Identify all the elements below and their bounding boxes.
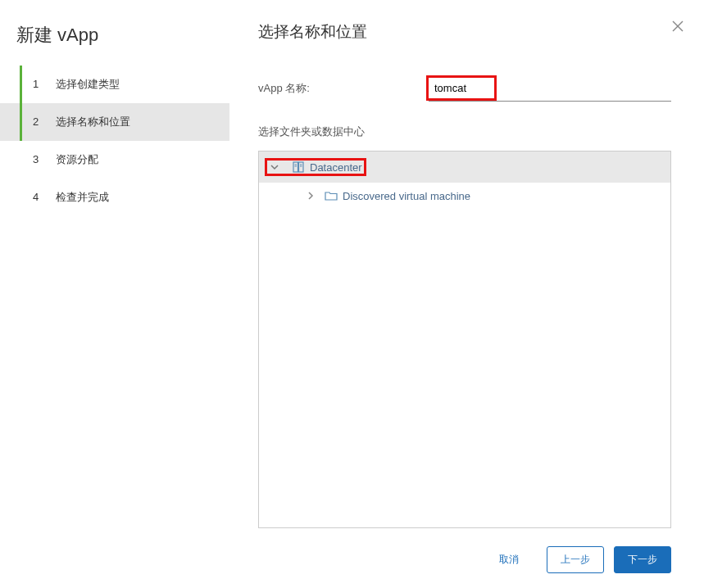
chevron-right-icon[interactable] [305, 190, 316, 201]
tree-node-label: Discovered virtual machine [343, 190, 470, 202]
cancel-button[interactable]: 取消 [486, 547, 532, 572]
step-label: 检查并完成 [56, 191, 109, 203]
tree-node-label: Datacenter [310, 161, 362, 174]
highlight-box: Datacenter [265, 158, 366, 176]
back-button[interactable]: 上一步 [547, 546, 604, 573]
step-number: 4 [33, 191, 41, 203]
folder-section-label: 选择文件夹或数据中心 [258, 124, 671, 139]
step-label: 资源分配 [56, 153, 98, 165]
wizard-steps: 1 选择创建类型 2 选择名称和位置 3 资源分配 4 检查并完成 [0, 66, 229, 216]
svg-rect-3 [299, 162, 304, 172]
step-number: 3 [33, 153, 41, 165]
step-label: 选择创建类型 [56, 78, 120, 90]
step-review[interactable]: 4 检查并完成 [0, 179, 229, 216]
step-number: 2 [33, 115, 41, 128]
close-icon[interactable] [670, 18, 686, 34]
tree-node-datacenter[interactable]: Datacenter [259, 152, 670, 183]
step-label: 选择名称和位置 [56, 115, 130, 128]
vapp-name-row: vApp 名称: [258, 75, 671, 102]
step-number: 1 [33, 78, 41, 90]
step-name-location[interactable]: 2 选择名称和位置 [0, 103, 229, 141]
svg-rect-2 [293, 162, 298, 172]
tree-node-folder[interactable]: Discovered virtual machine [259, 183, 670, 209]
wizard-title: 新建 vApp [0, 0, 229, 66]
main-panel: 选择名称和位置 vApp 名称: 选择文件夹或数据中心 Datacenter [229, 0, 704, 588]
vapp-name-label: vApp 名称: [258, 81, 429, 96]
folder-icon [325, 189, 338, 202]
vapp-name-input-wrap [429, 75, 671, 102]
chevron-down-icon[interactable] [269, 161, 280, 173]
wizard-footer: 取消 上一步 下一步 [258, 528, 671, 573]
step-select-type[interactable]: 1 选择创建类型 [0, 66, 229, 103]
next-button[interactable]: 下一步 [614, 546, 671, 573]
datacenter-icon [292, 161, 305, 174]
panel-title: 选择名称和位置 [258, 21, 671, 43]
location-tree: Datacenter Discovered virtual machine [258, 151, 671, 528]
vapp-name-input[interactable] [431, 80, 492, 96]
step-resource-allocation[interactable]: 3 资源分配 [0, 141, 229, 179]
highlight-box [426, 75, 497, 101]
wizard-sidebar: 新建 vApp 1 选择创建类型 2 选择名称和位置 3 资源分配 4 检查并完… [0, 0, 229, 588]
